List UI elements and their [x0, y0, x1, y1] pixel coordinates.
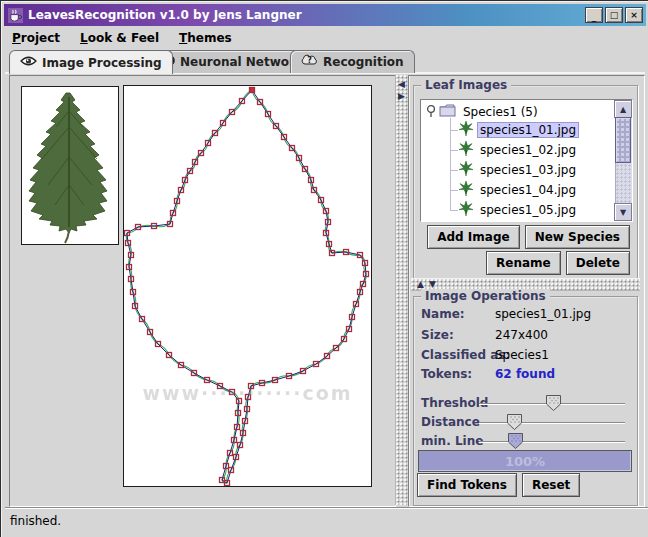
tree-scrollbar-thumb[interactable] [615, 117, 631, 163]
expand-right-icon[interactable]: ▶ [398, 92, 405, 101]
slider-label-min-line: min. Line [421, 434, 483, 448]
leaf-images-panel-title: Leaf Images [421, 78, 511, 92]
operations-buttons-row: Find TokensReset [417, 473, 630, 497]
progress-label: 100% [505, 454, 545, 469]
eye-icon [20, 55, 37, 70]
tree-item-species1-05-jpg[interactable]: species1_05.jpg [459, 200, 579, 220]
field-value-classified-as: Species1 [495, 348, 549, 362]
leaf-blade [29, 93, 107, 233]
scroll-down-button[interactable]: ▼ [614, 203, 632, 221]
collapse-up-icon[interactable]: ▲ [417, 280, 424, 289]
image-operations-panel-title: Image Operations [421, 289, 550, 303]
scroll-up-button[interactable]: ▲ [614, 100, 632, 118]
distance-slider-thumb[interactable] [507, 414, 522, 430]
menu-themes[interactable]: Themes [179, 31, 232, 45]
species-tree[interactable]: Species1 (5)species1_01.jpgspecies1_02.j… [420, 99, 633, 222]
menu-bar: ProjectLook & FeelThemes [5, 27, 648, 49]
reset-button[interactable]: Reset [522, 473, 580, 497]
rename-button[interactable]: Rename [486, 251, 561, 275]
field-label-tokens: Tokens: [421, 367, 472, 381]
tree-root-species1[interactable]: Species1 (5) [425, 102, 541, 122]
field-value-tokens: 62 found [495, 367, 555, 381]
tree-root-label[interactable]: Species1 (5) [460, 104, 541, 120]
svg-text:?: ? [307, 56, 312, 65]
token-overlay [124, 86, 371, 486]
title-bar[interactable]: LeavesRecognition v1.0 by Jens Langner _… [4, 4, 646, 26]
new-species-button[interactable]: New Species [525, 225, 630, 249]
window-controls: _□× [583, 7, 643, 23]
tree-buttons-row1: Add ImageNew Species [420, 225, 630, 249]
close-button[interactable]: × [625, 7, 643, 23]
leaf-icon [459, 141, 477, 159]
leaf-photo-thumbnail [21, 86, 119, 245]
threshold-slider-thumb[interactable] [546, 395, 561, 411]
leaf-icon [459, 181, 477, 199]
watermark: www···········com [124, 382, 371, 404]
field-value-name: species1_01.jpg [495, 307, 591, 321]
tree-item-species1-04-jpg[interactable]: species1_04.jpg [459, 180, 579, 200]
field-label-name: Name: [421, 307, 465, 321]
tab-recognition[interactable]: ?Recognition [290, 50, 415, 73]
delete-button[interactable]: Delete [566, 251, 630, 275]
leaf-icon [459, 161, 477, 179]
window-title: LeavesRecognition v1.0 by Jens Langner [28, 8, 302, 22]
field-label-size: Size: [421, 328, 454, 342]
maximize-button[interactable]: □ [605, 7, 623, 23]
leaf-photo [22, 87, 118, 244]
tree-buttons-row2: RenameDelete [420, 251, 630, 275]
add-image-button[interactable]: Add Image [427, 225, 519, 249]
tree-item-species1-02-jpg[interactable]: species1_02.jpg [459, 140, 579, 160]
tree-expand-handle-icon[interactable] [425, 103, 439, 122]
tree-item-species1-01-jpg[interactable]: species1_01.jpg [459, 120, 579, 140]
status-text: finished. [10, 514, 61, 528]
leaf-icon [459, 121, 477, 139]
leaf-icon [459, 201, 477, 219]
question-cloud-icon: ? [301, 54, 318, 70]
slider-label-distance: Distance [421, 415, 480, 429]
menu-project[interactable]: Project [12, 31, 60, 45]
collapse-left-icon[interactable]: ◀ [398, 80, 405, 89]
menu-look-feel[interactable]: Look & Feel [80, 31, 159, 45]
field-value-size: 247x400 [495, 328, 548, 342]
min-line-slider-thumb[interactable] [508, 433, 523, 449]
find-tokens-button[interactable]: Find Tokens [417, 473, 517, 497]
progress-bar: 100% [418, 450, 632, 472]
min-line-slider[interactable] [479, 441, 625, 443]
tree-connector [450, 118, 451, 210]
coffee-cup-app-icon [8, 8, 23, 23]
leaf-token-canvas[interactable]: www···········com [123, 85, 372, 487]
leaf-stem [65, 231, 69, 243]
tree-item-species1-03-jpg[interactable]: species1_03.jpg [459, 160, 579, 180]
app-window: LeavesRecognition v1.0 by Jens Langner _… [0, 0, 648, 537]
tab-image-processing[interactable]: Image Processing [9, 50, 173, 74]
distance-slider[interactable] [479, 422, 625, 424]
status-bar: finished. [5, 507, 648, 534]
token-marker [250, 88, 255, 93]
expand-down-icon[interactable]: ▼ [429, 280, 436, 289]
minimize-button[interactable]: _ [585, 7, 603, 23]
